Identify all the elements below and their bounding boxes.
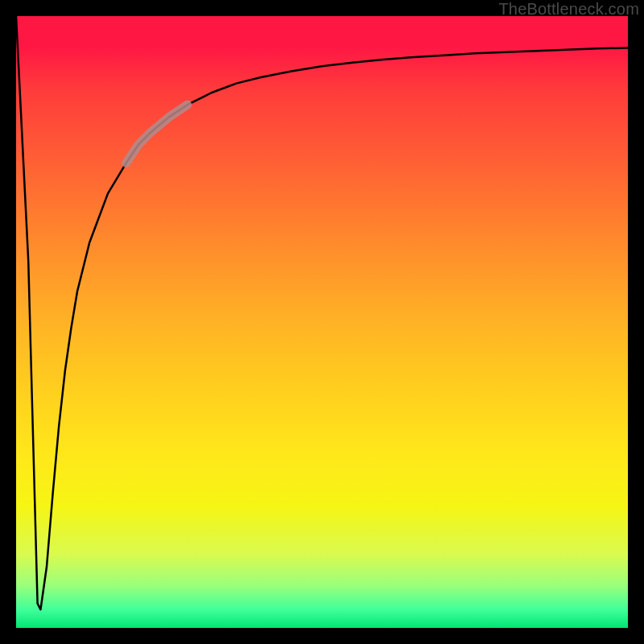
bottleneck-curve: [16, 16, 628, 609]
plot-area: [16, 16, 628, 628]
chart-frame: TheBottleneck.com: [0, 0, 644, 644]
highlight-segment: [126, 105, 188, 163]
curve-layer: [16, 16, 628, 628]
